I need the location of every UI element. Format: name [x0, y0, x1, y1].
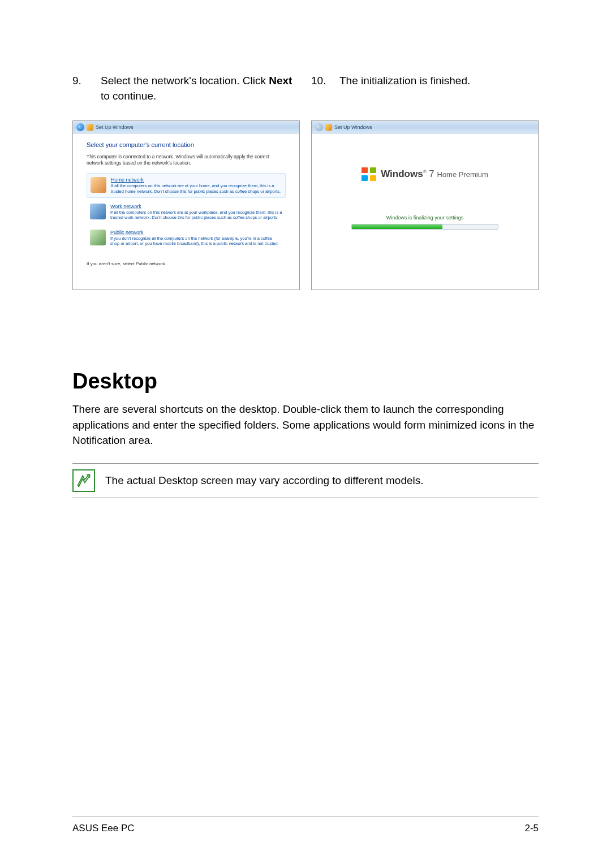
setup-icon [325, 124, 332, 131]
back-icon: ← [315, 123, 323, 131]
progress-fill [352, 224, 442, 229]
steps-row: 9. Select the network's location. Click … [72, 74, 539, 103]
network-option-public[interactable]: Public network If you don't recognize al… [87, 226, 286, 250]
dialog-footnote: If you aren't sure, select Public networ… [73, 261, 299, 266]
windows-flag-icon [362, 167, 376, 181]
section-heading: Desktop [72, 369, 539, 394]
window-title: Set Up Windows [96, 124, 134, 130]
screenshot-network-location: ← Set Up Windows Select your computer's … [72, 120, 300, 290]
status-text: Windows is finalizing your settings [386, 215, 464, 221]
screenshots-row: ← Set Up Windows Select your computer's … [72, 120, 539, 290]
back-icon[interactable]: ← [76, 123, 84, 131]
option-desc: If all the computers on this network are… [111, 183, 282, 194]
screenshot-finalizing: ← Set Up Windows Windows® 7 Home Premium… [311, 120, 539, 290]
step-bold: Next [269, 75, 292, 87]
network-option-work[interactable]: Work network If all the computers on thi… [87, 200, 286, 224]
step-text: Select the network's location. Click Nex… [101, 74, 300, 103]
brand: Windows [381, 169, 423, 179]
step-9: 9. Select the network's location. Click … [72, 74, 300, 103]
step-10: 10. The initialization is finished. [311, 74, 539, 103]
dialog-body: Select your computer's current location … [73, 133, 299, 256]
option-title: Work network [110, 204, 282, 209]
option-title: Public network [110, 230, 282, 235]
work-network-icon [90, 204, 106, 219]
note-text: The actual Desktop screen may vary accor… [105, 474, 424, 487]
home-network-icon [91, 177, 106, 193]
footer-left: ASUS Eee PC [72, 823, 135, 834]
edition: Home Premium [437, 170, 488, 179]
progress-bar [351, 224, 498, 230]
public-network-icon [90, 230, 106, 245]
version: 7 [429, 169, 434, 179]
footer-right: 2-5 [524, 823, 539, 834]
setup-icon [87, 124, 93, 131]
section-body: There are several shortcuts on the deskt… [72, 401, 539, 448]
dialog-subtext: This computer is connected to a network.… [87, 154, 286, 166]
window-header: ← Set Up Windows [73, 121, 299, 133]
network-option-home[interactable]: Home network If all the computers on thi… [87, 173, 286, 198]
dialog-body: Windows® 7 Home Premium Windows is final… [312, 133, 538, 230]
window-header: ← Set Up Windows [312, 121, 538, 133]
note-icon [72, 469, 95, 492]
windows7-text: Windows® 7 Home Premium [381, 169, 488, 180]
option-desc: If you don't recognize all the computers… [110, 236, 282, 247]
step-text-a: Select the network's location. Click [101, 75, 269, 87]
window-title: Set Up Windows [334, 124, 372, 130]
step-number: 9. [72, 74, 89, 103]
page-footer: ASUS Eee PC 2-5 [72, 817, 539, 834]
step-text: The initialization is finished. [339, 74, 539, 103]
note-block: The actual Desktop screen may vary accor… [72, 463, 539, 498]
option-desc: If all the computers on this network are… [110, 210, 282, 221]
step-number: 10. [311, 74, 328, 103]
option-title: Home network [111, 177, 282, 183]
windows7-logo: Windows® 7 Home Premium [362, 167, 488, 181]
step-text-b: to continue. [101, 90, 156, 102]
dialog-heading: Select your computer's current location [87, 141, 286, 148]
